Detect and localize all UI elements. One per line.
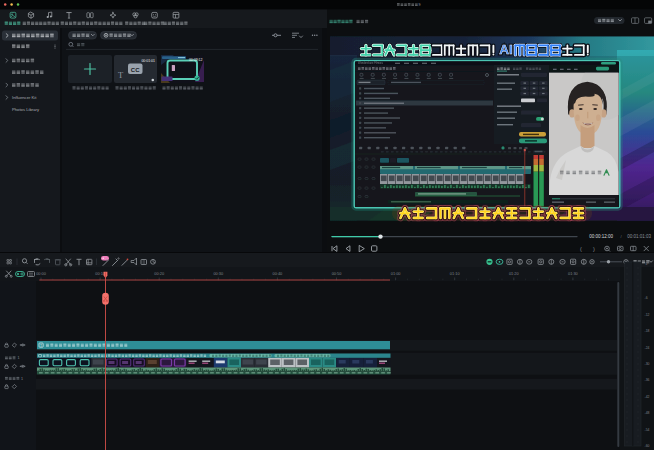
- svg-text:00:00:12:00: 00:00:12:00: [589, 234, 613, 239]
- svg-text:-60: -60: [645, 444, 650, 448]
- svg-text:): ): [593, 246, 595, 252]
- svg-text:00:09:12: 00:09:12: [189, 58, 203, 62]
- svg-text:0: 0: [646, 262, 648, 266]
- svg-text:-48: -48: [645, 411, 650, 415]
- svg-text:1: 1: [18, 356, 20, 360]
- svg-text:-12: -12: [645, 313, 650, 317]
- svg-text:01:20: 01:20: [509, 271, 520, 276]
- svg-text:01:10: 01:10: [450, 271, 461, 276]
- svg-text:00:40: 00:40: [273, 271, 284, 276]
- svg-text:-18: -18: [645, 329, 650, 333]
- svg-text:T: T: [118, 70, 124, 80]
- svg-text:(: (: [580, 246, 582, 252]
- svg-text:Influencer Kit: Influencer Kit: [12, 95, 37, 100]
- svg-text:9: 9: [419, 3, 421, 7]
- svg-text:CC: CC: [131, 67, 140, 73]
- svg-text:01:00: 01:00: [391, 271, 402, 276]
- svg-text:-36: -36: [645, 378, 650, 382]
- svg-text:00:20: 00:20: [154, 271, 165, 276]
- svg-text:-30: -30: [645, 362, 650, 366]
- svg-text:-6: -6: [645, 296, 648, 300]
- svg-text:T: T: [40, 344, 42, 348]
- svg-text:00:30: 00:30: [213, 271, 224, 276]
- svg-text:01:30: 01:30: [568, 271, 579, 276]
- svg-text:00:00: 00:00: [36, 271, 47, 276]
- svg-text:Photos Library: Photos Library: [12, 107, 40, 112]
- svg-text:-42: -42: [645, 395, 650, 399]
- svg-text:-24: -24: [645, 346, 650, 350]
- svg-text:-54: -54: [645, 428, 650, 432]
- svg-text:AI: AI: [499, 42, 513, 57]
- svg-text:00:01:01:03: 00:01:01:03: [627, 234, 651, 239]
- svg-text:00:01:01: 00:01:01: [141, 59, 155, 63]
- svg-text:1: 1: [21, 377, 23, 381]
- svg-text:00:50: 00:50: [332, 271, 343, 276]
